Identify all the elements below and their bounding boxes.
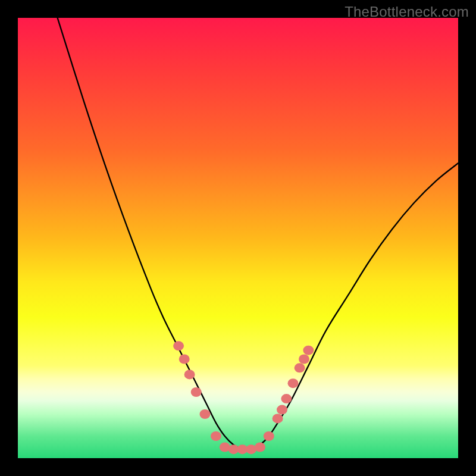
curve-marker (273, 414, 283, 423)
bottleneck-curve-path (58, 18, 458, 450)
curve-marker (277, 405, 287, 415)
curve-marker (179, 355, 190, 364)
curve-marker (299, 355, 309, 364)
plot-area (18, 18, 458, 458)
watermark-text: TheBottleneck.com (345, 4, 469, 20)
curve-marker (255, 443, 265, 452)
curve-marker (184, 369, 195, 379)
curve-marker (211, 431, 221, 441)
curve-marker (295, 363, 305, 372)
curve-marker (200, 409, 211, 419)
curve-marker (288, 378, 299, 388)
curve-marker (191, 387, 202, 397)
bottleneck-curve-svg (18, 18, 458, 458)
curve-marker (303, 346, 314, 355)
curve-marker (173, 341, 184, 350)
chart-frame: TheBottleneck.com (0, 0, 476, 476)
curve-marker (281, 394, 292, 403)
curve-marker (264, 431, 274, 441)
